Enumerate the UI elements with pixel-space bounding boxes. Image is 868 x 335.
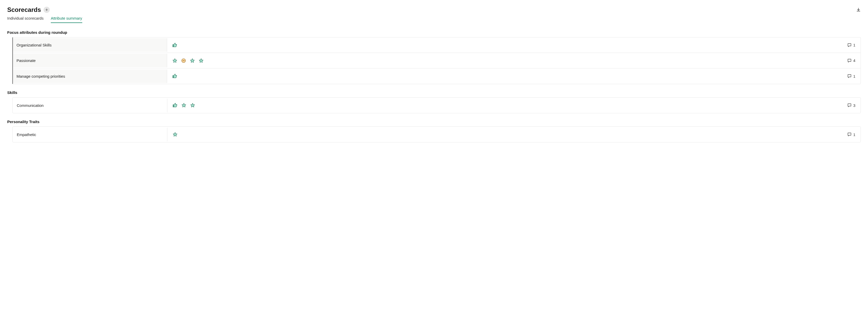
personality-table: Empathetic 1 xyxy=(12,127,861,142)
download-icon xyxy=(856,7,861,12)
comment-count: 3 xyxy=(853,103,856,108)
plus-icon xyxy=(45,8,49,11)
tab-individual-scorecards[interactable]: Individual scorecards xyxy=(7,16,43,23)
attribute-name: Passionate xyxy=(12,54,167,67)
comment-count: 1 xyxy=(853,74,856,79)
comments-link[interactable]: 1 xyxy=(842,40,861,51)
table-row: Organizational Skills 1 xyxy=(12,37,861,53)
comments-link[interactable]: 1 xyxy=(842,71,861,82)
comment-icon xyxy=(847,103,852,108)
attribute-name: Empathetic xyxy=(12,128,167,141)
add-scorecard-button[interactable] xyxy=(43,7,50,13)
comment-count: 4 xyxy=(853,58,856,63)
star-icon xyxy=(181,103,186,108)
ratings-cell xyxy=(167,71,842,82)
comments-link[interactable]: 3 xyxy=(842,100,861,111)
page-title: Scorecards xyxy=(7,6,41,13)
star-icon xyxy=(198,58,204,63)
star-icon xyxy=(190,103,195,108)
table-row: Communication 3 xyxy=(12,97,861,113)
skills-table: Communication 3 xyxy=(12,97,861,113)
comment-count: 1 xyxy=(853,132,856,137)
tab-attribute-summary[interactable]: Attribute summary xyxy=(51,16,82,23)
focus-table: Organizational Skills 1 Passionate 4 Man… xyxy=(12,37,861,84)
ratings-cell xyxy=(167,129,842,140)
table-row: Manage competing priorities 1 xyxy=(12,68,861,84)
ratings-cell xyxy=(167,39,842,51)
download-button[interactable] xyxy=(856,7,861,12)
comments-link[interactable]: 4 xyxy=(842,55,861,66)
ratings-cell xyxy=(167,55,842,66)
tabs: Individual scorecards Attribute summary xyxy=(7,16,861,23)
table-row: Passionate 4 xyxy=(12,53,861,68)
thumbs-up-icon xyxy=(172,43,178,48)
comment-icon xyxy=(847,74,852,79)
comment-icon xyxy=(847,132,852,137)
comment-count: 1 xyxy=(853,43,856,47)
star-icon xyxy=(173,132,178,137)
attribute-name: Manage competing priorities xyxy=(12,69,167,83)
section-title-skills: Skills xyxy=(7,90,861,95)
comment-icon xyxy=(847,43,852,48)
comments-link[interactable]: 1 xyxy=(842,129,861,140)
section-title-personality: Personality Traits xyxy=(7,119,861,124)
thumbs-up-icon xyxy=(173,103,178,108)
ratings-cell xyxy=(167,100,842,111)
star-icon xyxy=(172,58,178,63)
thumbs-up-icon xyxy=(172,74,178,79)
attribute-name: Organizational Skills xyxy=(12,38,167,52)
star-icon xyxy=(190,58,195,63)
comment-icon xyxy=(847,58,852,63)
attribute-name: Communication xyxy=(12,99,167,112)
table-row: Empathetic 1 xyxy=(12,127,861,142)
neutral-icon xyxy=(181,58,186,63)
section-title-focus: Focus attributes during roundup xyxy=(7,30,861,35)
